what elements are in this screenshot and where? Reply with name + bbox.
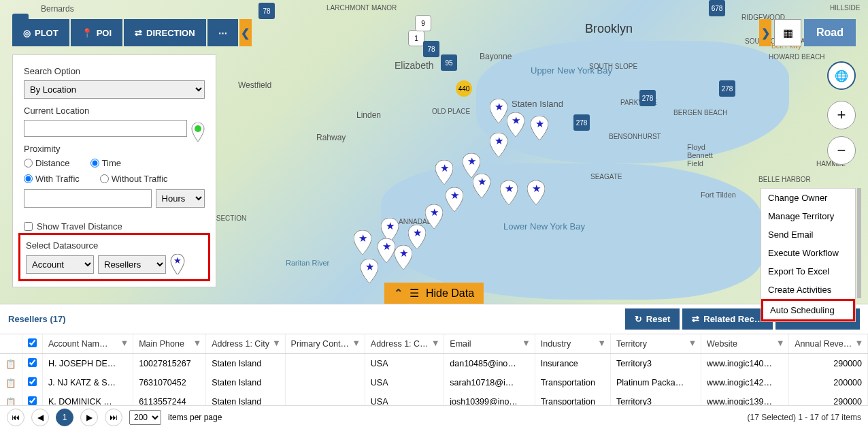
map-pin[interactable]: ★ [435,160,453,185]
column-header[interactable]: Email▼ [444,334,535,354]
menu-create-activities[interactable]: Create Activities [761,281,855,299]
table-row[interactable]: 📋J. NJ KATZ & S…7631070452Staten IslandU… [0,373,868,392]
related-records-button[interactable]: ⇄Related Rec… [682,308,772,330]
map-layers-button[interactable]: ▦ [774,19,801,46]
svg-text:★: ★ [505,182,514,194]
globe-button[interactable]: 🌐 [827,61,856,90]
with-traffic-radio[interactable] [24,174,33,183]
filter-icon[interactable]: ▼ [776,338,784,348]
without-traffic-radio[interactable] [100,174,109,183]
pager-first-button[interactable]: ⏮ [7,409,24,426]
cell: Insurance [535,354,610,374]
datasource-view-select[interactable]: Resellers [98,255,166,274]
filter-icon[interactable]: ▼ [431,338,439,348]
column-header[interactable]: Address 1: City▼ [206,334,285,354]
map-pin[interactable]: ★ [473,174,490,198]
toolbar: ◎PLOT 📍POI ⇄DIRECTION ⋯ ❮ [12,19,252,46]
filter-icon[interactable]: ▼ [272,338,280,348]
column-header[interactable]: Territory▼ [610,334,701,354]
menu-execute-workflow[interactable]: Execute Workflow [761,244,855,262]
map-pin[interactable]: ★ [500,180,518,205]
time-radio[interactable] [90,159,99,168]
show-travel-checkbox[interactable] [24,222,33,231]
map-type-road-button[interactable]: Road [804,19,856,46]
route-shield-icon: 278 [573,114,590,131]
row-checkbox[interactable] [28,396,37,405]
menu-export-excel[interactable]: Export To Excel [761,262,855,281]
column-header[interactable]: Address 1: C…▼ [365,334,444,354]
map-pin[interactable]: ★ [395,245,412,270]
distance-radio-label[interactable]: Distance [24,158,70,168]
svg-text:★: ★ [386,220,395,232]
row-checkbox[interactable] [28,358,37,367]
pager-last-button[interactable]: ⏭ [105,409,122,426]
map-pin[interactable]: ★ [378,238,395,263]
without-traffic-radio-label[interactable]: Without Traffic [100,174,168,184]
row-action-icon[interactable]: 📋 [0,354,22,374]
filter-icon[interactable]: ▼ [120,338,129,348]
map-pin[interactable]: ★ [527,180,545,205]
expand-map-controls-button[interactable]: ❯ [759,19,771,46]
datasource-entity-select[interactable]: Account [26,255,94,274]
select-all-checkbox[interactable] [28,338,37,347]
plot-button[interactable]: ◎PLOT [12,19,69,46]
reset-button[interactable]: ↻Reset [625,308,680,330]
select-datasource-label: Select Datasource [26,240,203,251]
map-pin[interactable]: ★ [354,230,371,255]
svg-point-17 [195,125,201,132]
filter-icon[interactable]: ▼ [598,338,606,348]
map-pin[interactable]: ★ [361,259,378,283]
filter-icon[interactable]: ▼ [522,338,530,348]
column-header[interactable]: Website▼ [701,334,789,354]
table-row[interactable]: 📋H. JOSEPH DE…10027815267Staten IslandUS… [0,354,868,374]
poi-button[interactable]: 📍POI [71,19,122,46]
map-pin[interactable]: ★ [425,204,443,229]
collapse-toolbar-button[interactable]: ❮ [239,19,252,46]
pager: ⏮ ◀ 1 ▶ ⏭ 200 items per page (17 Selecte… [0,405,868,429]
map-pin[interactable]: ★ [490,99,507,123]
search-option-select[interactable]: By Location [24,80,205,99]
menu-manage-territory[interactable]: Manage Territory [761,207,855,225]
pager-page-current[interactable]: 1 [56,409,73,426]
filter-icon[interactable]: ▼ [688,338,697,348]
row-action-icon[interactable]: 📋 [0,373,22,392]
menu-change-owner[interactable]: Change Owner [761,189,855,207]
column-header[interactable]: Industry▼ [535,334,610,354]
location-pin-icon[interactable] [191,123,205,142]
menu-auto-scheduling[interactable]: Auto Scheduling [761,299,855,321]
svg-text:★: ★ [495,101,503,112]
table-row[interactable]: 📋K. DOMINICK …6113557244Staten IslandUSA… [0,392,868,405]
row-checkbox[interactable] [28,377,37,386]
filter-icon[interactable]: ▼ [855,338,863,348]
map-pin[interactable]: ★ [490,133,507,157]
column-header[interactable]: Main Phone▼ [133,334,206,354]
map-pin[interactable]: ★ [531,116,548,140]
column-header[interactable]: Annual Reve…▼ [789,334,868,354]
zoom-out-button[interactable]: − [827,136,856,165]
pager-prev-button[interactable]: ◀ [31,409,49,426]
cell: Staten Island [206,373,285,392]
page-size-select[interactable]: 200 [129,410,161,425]
row-action-icon[interactable]: 📋 [0,392,22,405]
filter-icon[interactable]: ▼ [193,338,201,348]
time-radio-label[interactable]: Time [90,158,121,168]
direction-button[interactable]: ⇄DIRECTION [124,19,206,46]
column-header[interactable]: Primary Cont…▼ [285,334,365,354]
current-location-input[interactable] [24,120,187,137]
pager-next-button[interactable]: ▶ [80,409,98,426]
menu-send-email[interactable]: Send Email [761,225,855,244]
proximity-unit-select[interactable]: Hours [156,189,205,208]
proximity-value-input[interactable] [24,189,152,208]
distance-radio[interactable] [24,159,33,168]
cell: 10027815267 [133,354,206,374]
hide-data-button[interactable]: ⌃ ☰ Hide Data [384,283,484,304]
more-button[interactable]: ⋯ [207,19,238,46]
map-pin[interactable]: ★ [446,187,463,212]
map-pin[interactable]: ★ [507,112,524,137]
search-option-label: Search Option [24,66,205,76]
with-traffic-radio-label[interactable]: With Traffic [24,174,80,184]
column-header[interactable]: Account Nam…▼ [43,334,133,354]
filter-icon[interactable]: ▼ [352,338,360,348]
context-scrollbar[interactable] [857,188,861,298]
zoom-in-button[interactable]: + [827,101,856,129]
